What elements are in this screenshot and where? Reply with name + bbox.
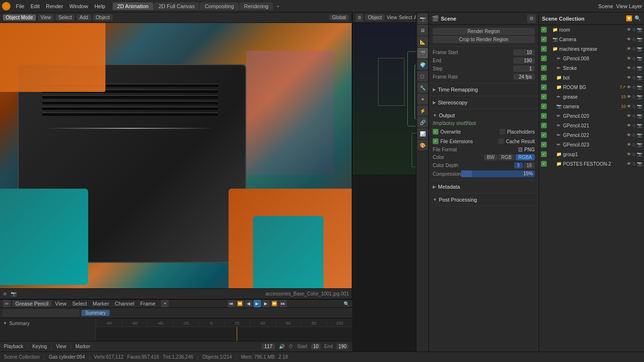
material-props-icon[interactable]: 🎨 [417,140,428,150]
sc-search-icon[interactable]: 🔍 [634,15,641,22]
menu-window[interactable]: Window [67,2,91,10]
sc-item-1[interactable]: ✓ 📷 Camera 👁 ⊙ 📷 [539,34,644,44]
scene-object-btn[interactable]: Object [365,14,385,21]
sc-cb-3[interactable]: ✓ [541,56,547,61]
physics-props-icon[interactable]: ⚡ [417,105,428,116]
sc-render-9[interactable]: 📷 [637,113,642,118]
file-format-selector[interactable]: 🖼 PNG [518,147,535,152]
sc-item-0[interactable]: ✓ 📁 room 👁 ⊙ 📷 [539,25,644,34]
viewport-object-btn[interactable]: Object [93,14,113,21]
menu-file[interactable]: File [13,2,27,10]
sc-visibility-11[interactable]: 👁 [627,133,631,137]
jump-end-btn[interactable]: ⏭ [279,300,287,307]
frame-rate-value[interactable]: 24 fps [513,74,535,80]
sc-item-10[interactable]: ✓ ✏ GPencil.021 👁 ⊙ 📷 [539,121,644,130]
sc-render-8[interactable]: 📷 [637,104,642,109]
post-processing-header[interactable]: ▼ Post Processing [433,195,535,204]
sc-cb-11[interactable]: ✓ [541,132,547,138]
sc-visibility-4[interactable]: 👁 [627,66,631,70]
sc-cb-2[interactable]: ✓ [541,46,547,52]
frame-step-value[interactable]: 1 [513,66,535,72]
sc-cb-6[interactable]: ✓ [541,84,547,90]
data-props-icon[interactable]: 📊 [417,128,428,139]
sc-cb-10[interactable]: ✓ [541,123,547,128]
sc-visibility-1[interactable]: 👁 [627,37,631,42]
stereoscopy-header[interactable]: ▶ Stereoscopy [433,98,535,107]
sc-render-13[interactable]: 📷 [637,152,642,157]
tab-compositing[interactable]: Compositing [200,2,239,10]
sc-restrict-10[interactable]: ⊙ [632,123,636,128]
sc-cb-7[interactable]: ✓ [541,94,547,100]
output-path[interactable]: /tmp\botsy shot9\bot [433,120,535,127]
viewport-global-btn[interactable]: Global [329,14,349,21]
render-props-icon[interactable]: 📷 [417,13,428,24]
sc-item-12[interactable]: ✓ ✏ GPencil.023 👁 ⊙ 📷 [539,140,644,149]
sc-visibility-13[interactable]: 👁 [627,152,631,157]
next-frame-btn[interactable]: ⏩ [271,300,278,307]
sc-restrict-1[interactable]: ⊙ [632,37,636,42]
output-props-icon[interactable]: 🖥 [417,25,428,35]
sc-visibility-2[interactable]: 👁 [627,46,631,51]
color-depth-8-btn[interactable]: 8 [514,162,523,169]
sc-visibility-9[interactable]: 👁 [627,113,631,118]
sc-restrict-4[interactable]: ⊙ [632,66,636,70]
sc-item-9[interactable]: ✓ ✏ GPencil.020 👁 ⊙ 📷 [539,111,644,121]
sc-item-7[interactable]: ✓ ✏ grease 15 👁 ⊙ 📷 [539,92,644,102]
sc-cb-1[interactable]: ✓ [541,36,547,42]
sc-item-8[interactable]: ✓ 📷 camera 10 👁 ⊙ 📷 [539,102,644,111]
props-options-btn[interactable]: ⚙ [527,14,536,23]
sc-render-10[interactable]: 📷 [637,123,642,128]
sc-render-11[interactable]: 📷 [637,133,642,137]
marker-menu-tl[interactable]: Marker [75,344,90,349]
sc-render-5[interactable]: 📷 [637,75,642,80]
color-rgb-btn[interactable]: RGB [498,154,515,160]
sc-cb-12[interactable]: ✓ [541,142,547,147]
sc-visibility-10[interactable]: 👁 [627,123,631,128]
menu-edit[interactable]: Edit [28,2,43,10]
sc-filter-icon[interactable]: 🔽 [626,15,632,22]
viewport-view-btn[interactable]: View [38,14,54,21]
sc-restrict-13[interactable]: ⊙ [632,152,636,157]
start-frame-value[interactable]: 10 [311,343,320,350]
sc-cb-9[interactable]: ✓ [541,113,547,119]
tab-2d-full-canvas[interactable]: 2D Full Canvas [154,2,199,10]
sc-render-0[interactable]: 📷 [637,27,642,32]
keying-menu[interactable]: Keying [32,344,47,349]
sc-restrict-5[interactable]: ⊙ [632,75,636,80]
playback-menu[interactable]: Playback [4,344,23,349]
particle-props-icon[interactable]: ✦ [417,94,428,104]
sc-cb-14[interactable]: ✓ [541,161,547,167]
sc-render-6[interactable]: 📷 [637,85,642,90]
tab-2d-animation[interactable]: 2D Animation [113,2,153,10]
time-remapping-header[interactable]: ▶ Time Remapping [433,85,535,94]
sc-render-14[interactable]: 📷 [637,161,642,166]
sc-restrict-3[interactable]: ⊙ [632,56,636,61]
crop-render-region-btn[interactable]: Crop to Render Region [433,36,535,43]
modifier-props-icon[interactable]: 🔧 [417,82,428,93]
sc-restrict-2[interactable]: ⊙ [632,46,636,51]
sc-render-2[interactable]: 📷 [637,46,642,51]
color-depth-16-btn[interactable]: 16 [524,162,535,169]
output-header[interactable]: ▼ Output [433,111,535,120]
viewport-mode-btn[interactable]: Object Mode [3,14,36,21]
constraint-props-icon[interactable]: 🔗 [417,117,428,127]
sc-item-6[interactable]: ✓ 📁 ROOM BG 7↗ 👁 ⊙ 📷 [539,82,644,92]
search-input[interactable] [3,309,80,317]
sc-render-4[interactable]: 📷 [637,66,642,70]
tab-rendering[interactable]: Rendering [239,2,273,10]
view-menu-tl[interactable]: View [56,344,67,349]
sc-visibility-7[interactable]: 👁 [627,94,631,99]
viewport-add-btn[interactable]: Add [77,14,91,21]
tl-frame-menu[interactable]: Frame [138,300,158,307]
color-rgba-btn[interactable]: RGBA [516,154,535,160]
sc-item-5[interactable]: ✓ 📁 bot 👁 ⊙ 📷 [539,73,644,82]
add-keyframe-btn[interactable]: + [161,300,169,307]
sc-restrict-12[interactable]: ⊙ [632,142,636,147]
overwrite-checkbox[interactable]: ✓ [433,129,438,135]
sc-item-13[interactable]: ✓ 📁 group1 👁 ⊙ 📷 [539,149,644,159]
end-frame-value[interactable]: 190 [336,343,348,350]
sc-restrict-14[interactable]: ⊙ [632,161,636,166]
scene-name[interactable]: Scene [598,3,613,9]
view-layer-name[interactable]: View Layer [616,3,642,9]
color-bw-btn[interactable]: BW [484,154,497,160]
